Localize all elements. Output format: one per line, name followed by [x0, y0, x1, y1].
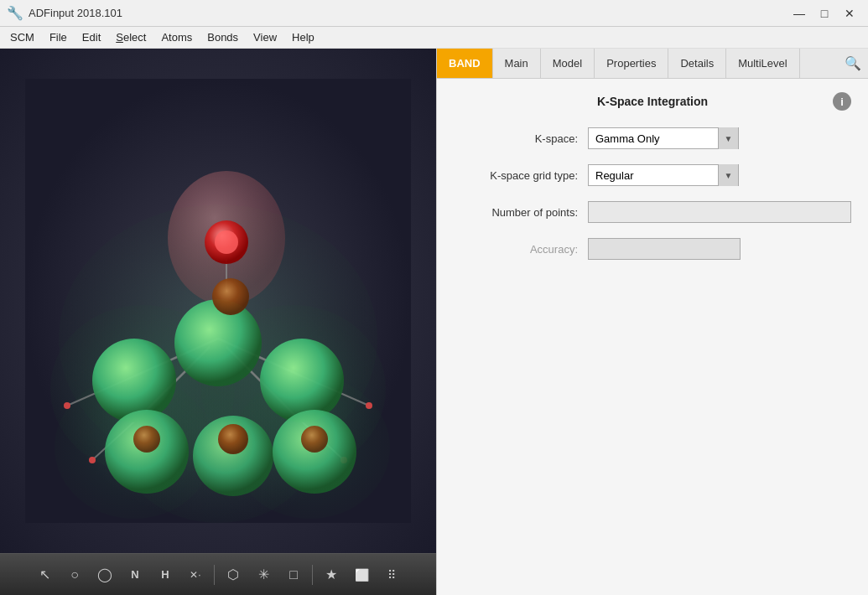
- tab-details[interactable]: Details: [668, 49, 726, 78]
- window-controls: — □ ✕: [787, 2, 861, 25]
- svg-point-21: [174, 299, 262, 386]
- kspace-arrow: ▼: [718, 127, 738, 149]
- kspace-grid-arrow: ▼: [718, 164, 738, 186]
- main-content: ↖ ○ ◯ N H ✕· ⬡ ✳ □ ★ ⬜ ⠿ BAND Main M: [0, 49, 868, 595]
- svg-point-22: [92, 339, 176, 422]
- app-icon: 🔧: [7, 5, 23, 21]
- left-panel: ↖ ○ ◯ N H ✕· ⬡ ✳ □ ★ ⬜ ⠿: [0, 49, 436, 595]
- toolbar-separator-2: [312, 565, 313, 585]
- kspace-value: Gamma Only: [589, 132, 718, 145]
- n-tool-button[interactable]: N: [122, 561, 148, 588]
- hexagon-button[interactable]: ⬡: [220, 561, 247, 588]
- kspace-grid-row: K-space grid type: Regular ▼: [454, 164, 851, 186]
- panel-title-row: K-Space Integration i: [454, 92, 851, 111]
- tab-properties[interactable]: Properties: [595, 49, 668, 78]
- kspace-grid-label: K-space grid type:: [454, 169, 588, 182]
- kspace-control: Gamma Only ▼: [588, 127, 851, 149]
- num-points-label: Number of points:: [454, 206, 588, 219]
- accuracy-row: Accuracy:: [454, 238, 851, 260]
- x-dot-button[interactable]: ✕·: [182, 561, 209, 588]
- tab-main[interactable]: Main: [493, 49, 541, 78]
- viewport: [0, 49, 436, 553]
- num-points-input[interactable]: [588, 201, 851, 223]
- info-button[interactable]: i: [833, 92, 851, 111]
- svg-point-30: [301, 426, 328, 453]
- menu-bar: SCM File Edit Select Atoms Bonds View He…: [0, 27, 868, 49]
- square-button[interactable]: □: [280, 561, 307, 588]
- svg-point-23: [260, 339, 344, 422]
- kspace-row: K-space: Gamma Only ▼: [454, 127, 851, 149]
- svg-point-29: [133, 426, 160, 453]
- accuracy-control: [588, 238, 851, 260]
- menu-help[interactable]: Help: [285, 29, 321, 45]
- tab-search-button[interactable]: 🔍: [838, 49, 868, 78]
- panel-content: K-Space Integration i K-space: Gamma Onl…: [437, 79, 868, 288]
- kspace-select[interactable]: Gamma Only ▼: [588, 127, 739, 149]
- title-bar: 🔧 ADFinput 2018.101 — □ ✕: [0, 0, 868, 27]
- panel-title: K-Space Integration: [472, 95, 833, 108]
- tv-button[interactable]: ⬜: [348, 561, 375, 588]
- menu-bonds[interactable]: Bonds: [200, 29, 245, 45]
- num-points-control: [588, 201, 851, 223]
- close-button[interactable]: ✕: [838, 2, 861, 25]
- title-bar-left: 🔧 ADFinput 2018.101: [7, 5, 122, 21]
- svg-point-17: [64, 402, 70, 409]
- tab-bar: BAND Main Model Properties Details Multi…: [437, 49, 868, 79]
- circle-tool-button[interactable]: ○: [61, 561, 88, 588]
- toolbar-separator-1: [214, 565, 215, 585]
- molecule-svg: [25, 79, 411, 523]
- h-tool-button[interactable]: H: [152, 561, 179, 588]
- tab-model[interactable]: Model: [541, 49, 595, 78]
- tab-multilevel[interactable]: MultiLevel: [726, 49, 800, 78]
- dots-button[interactable]: ⠿: [378, 561, 405, 588]
- num-points-row: Number of points:: [454, 201, 851, 223]
- viewport-toolbar: ↖ ○ ◯ N H ✕· ⬡ ✳ □ ★ ⬜ ⠿: [0, 553, 436, 595]
- svg-point-18: [366, 402, 372, 409]
- menu-atoms[interactable]: Atoms: [154, 29, 199, 45]
- star-button[interactable]: ★: [318, 561, 345, 588]
- menu-view[interactable]: View: [247, 29, 283, 45]
- kspace-grid-control: Regular ▼: [588, 164, 851, 186]
- kspace-grid-value: Regular: [589, 169, 718, 182]
- maximize-button[interactable]: □: [813, 2, 836, 25]
- kspace-grid-select[interactable]: Regular ▼: [588, 164, 739, 186]
- app-title: ADFinput 2018.101: [29, 7, 122, 19]
- accuracy-input[interactable]: [588, 238, 741, 260]
- svg-point-32: [215, 230, 238, 254]
- menu-select[interactable]: Select: [109, 29, 153, 45]
- menu-scm[interactable]: SCM: [3, 29, 41, 45]
- svg-point-28: [218, 424, 248, 454]
- asterisk-button[interactable]: ✳: [250, 561, 277, 588]
- svg-point-19: [89, 457, 96, 463]
- select-tool-button[interactable]: ↖: [31, 561, 58, 588]
- menu-file[interactable]: File: [43, 29, 74, 45]
- open-circle-button[interactable]: ◯: [91, 561, 118, 588]
- right-panel: BAND Main Model Properties Details Multi…: [436, 49, 868, 595]
- menu-edit[interactable]: Edit: [75, 29, 107, 45]
- accuracy-label: Accuracy:: [454, 243, 588, 256]
- kspace-label: K-space:: [454, 132, 588, 145]
- svg-point-27: [212, 278, 249, 315]
- tab-band[interactable]: BAND: [437, 49, 493, 78]
- minimize-button[interactable]: —: [787, 2, 811, 25]
